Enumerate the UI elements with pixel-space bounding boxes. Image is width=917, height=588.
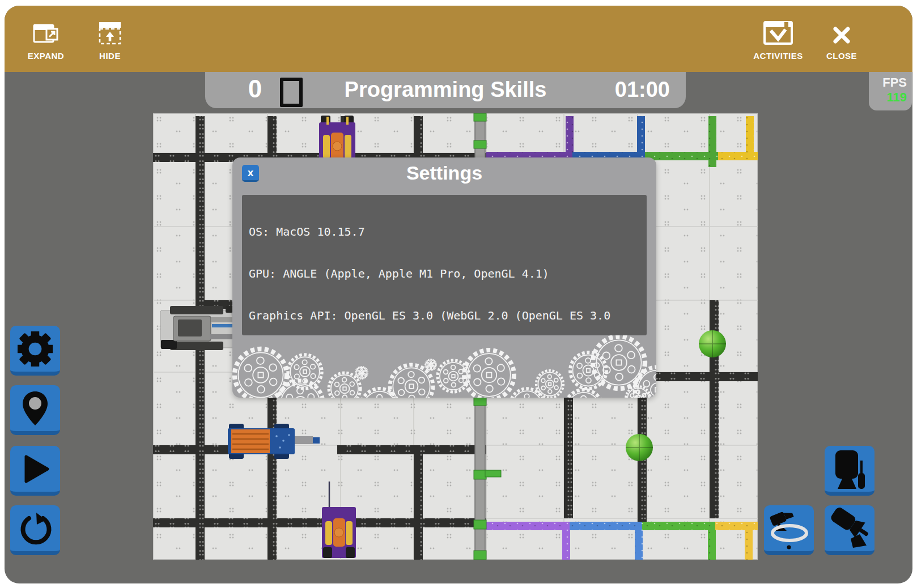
location-pin-icon: [18, 390, 52, 427]
info-line: OS: MacOS 10.15.7: [249, 225, 647, 239]
dialog-title: Settings: [232, 162, 656, 184]
expand-window-icon: [32, 16, 60, 45]
close-x-icon: [831, 16, 852, 45]
camera-top-view-button[interactable]: [825, 446, 874, 496]
app-window: EXPAND HIDE ACTI: [5, 6, 912, 583]
reset-rotate-icon: [18, 511, 53, 546]
match-timer: 01:00: [615, 72, 670, 108]
hide-label: HIDE: [99, 51, 121, 61]
settings-dialog: x Settings OS: MacOS 10.15.7 GPU: ANGLE …: [232, 157, 656, 398]
expand-button[interactable]: EXPAND: [20, 16, 71, 61]
top-toolbar: EXPAND HIDE ACTI: [5, 6, 912, 72]
camera-orbit-button[interactable]: [764, 505, 814, 555]
hide-button[interactable]: HIDE: [90, 16, 130, 61]
scoreboard: 0 Programming Skills 01:00: [205, 72, 686, 108]
play-button[interactable]: [10, 446, 60, 496]
system-info-panel: OS: MacOS 10.15.7 GPU: ANGLE (Apple, App…: [242, 195, 647, 335]
fps-badge: FPS 119: [869, 72, 912, 110]
fps-value: 119: [869, 90, 907, 105]
close-button[interactable]: CLOSE: [818, 16, 865, 61]
camera-monitor-icon: [831, 448, 868, 490]
activities-window-icon: [763, 16, 793, 45]
close-label: CLOSE: [826, 51, 857, 61]
info-line: Graphics API: OpenGL ES 3.0 (WebGL 2.0 (…: [249, 309, 647, 323]
gear-icon: [18, 331, 53, 367]
expand-label: EXPAND: [28, 51, 64, 61]
activities-button[interactable]: ACTIVITIES: [744, 16, 812, 61]
camera-tilt-icon: [827, 506, 872, 551]
camera-3d-view-button[interactable]: [825, 505, 874, 555]
match-title: Programming Skills: [205, 72, 686, 108]
play-icon: [18, 452, 52, 486]
camera-orbit-icon: [766, 506, 812, 551]
fps-label: FPS: [869, 75, 907, 90]
set-position-button[interactable]: [10, 385, 60, 435]
settings-button[interactable]: [10, 326, 60, 376]
activities-label: ACTIVITIES: [753, 51, 803, 61]
hide-panel-icon: [97, 16, 122, 45]
info-line: GPU: ANGLE (Apple, Apple M1 Pro, OpenGL …: [249, 267, 647, 281]
reset-button[interactable]: [10, 505, 60, 555]
